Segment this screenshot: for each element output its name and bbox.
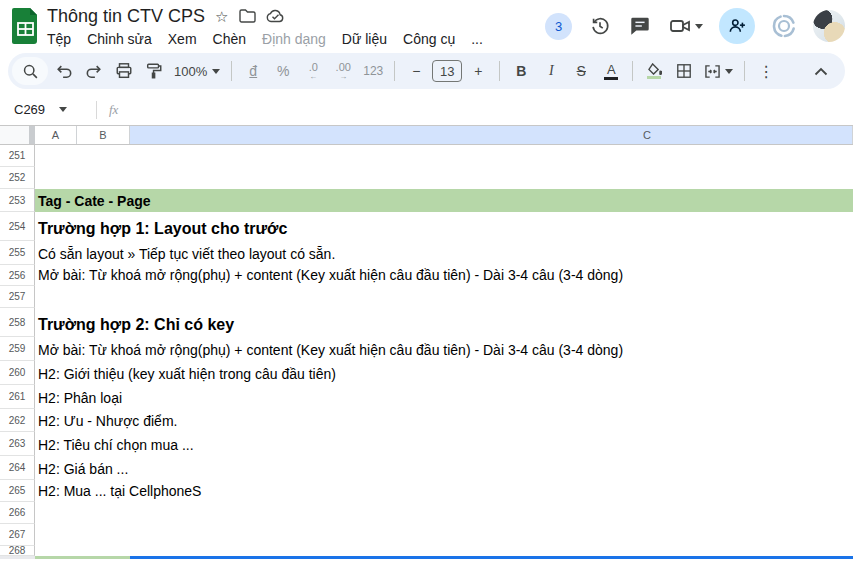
collapse-toolbar-button[interactable] <box>807 57 835 85</box>
print-button[interactable] <box>110 57 138 85</box>
cell-text: Mở bài: Từ khoá mở rộng(phụ) + content (… <box>38 267 623 285</box>
row-number[interactable]: 262 <box>0 409 35 432</box>
sheet-row: 252 <box>0 167 853 189</box>
row-number[interactable]: 268 <box>0 546 35 556</box>
menu-item-data[interactable]: Dữ liệu <box>334 29 395 49</box>
sheet-row: 259 Mở bài: Từ khoá mở rộng(phụ) + conte… <box>0 337 853 361</box>
search-menus-button[interactable] <box>12 57 48 85</box>
row-number[interactable]: 259 <box>0 337 35 361</box>
formula-input[interactable] <box>130 94 853 125</box>
text-color-button[interactable]: A <box>597 57 625 85</box>
increase-decimal-button[interactable]: .00 → <box>329 57 357 85</box>
account-avatar[interactable] <box>813 10 845 42</box>
increase-font-size-button[interactable]: + <box>464 57 492 85</box>
row-cells[interactable]: Tag - Cate - Page <box>35 189 853 212</box>
cell-text: H2: Giá bán ... <box>38 461 128 479</box>
more-formats-button[interactable]: 123 <box>359 57 387 85</box>
menu-item-tools[interactable]: Công cụ <box>395 29 463 49</box>
row-cells[interactable] <box>35 145 853 167</box>
row-number[interactable]: 264 <box>0 456 35 480</box>
font-size-input[interactable]: 13 <box>432 60 462 82</box>
name-box[interactable]: C269 <box>14 102 90 117</box>
sheet-row: 263 H2: Tiêu chí chọn mua ... <box>0 432 853 456</box>
row-cells[interactable]: H2: Tiêu chí chọn mua ... <box>35 432 853 456</box>
row-cells[interactable]: Mở bài: Từ khoá mở rộng(phụ) + content (… <box>35 265 853 286</box>
row-cells[interactable]: Trường hợp 2: Chỉ có key <box>35 308 853 337</box>
row-cells[interactable]: H2: Giá bán ... <box>35 456 853 480</box>
row-number[interactable]: 261 <box>0 385 35 409</box>
row-number[interactable]: 257 <box>0 286 35 308</box>
decrease-decimal-button[interactable]: .0 ← <box>299 57 327 85</box>
grid-body: 251 252 253 Tag - Cate - Page 254 Trường… <box>0 145 853 556</box>
row-cells[interactable]: H2: Mua ... tại CellphoneS <box>35 480 853 502</box>
row-cells[interactable]: Có sẵn layout » Tiếp tục viết theo layou… <box>35 241 853 265</box>
merge-cells-button[interactable] <box>700 57 737 85</box>
row-number[interactable]: 251 <box>0 145 35 167</box>
format-percent-button[interactable]: % <box>269 57 297 85</box>
row-number[interactable]: 252 <box>0 167 35 189</box>
borders-button[interactable] <box>670 57 698 85</box>
row-number[interactable]: 265 <box>0 480 35 502</box>
move-folder-icon[interactable] <box>239 9 256 23</box>
row-cells[interactable]: Trường hợp 1: Layout cho trước <box>35 212 853 241</box>
row-number[interactable]: 266 <box>0 502 35 524</box>
paint-format-button[interactable] <box>140 57 168 85</box>
chevron-down-icon <box>725 69 733 74</box>
italic-button[interactable]: I <box>537 57 565 85</box>
bold-button[interactable]: B <box>507 57 535 85</box>
sheet-row: 257 <box>0 286 853 308</box>
cell-text: H2: Giới thiệu (key xuất hiện trong câu … <box>38 366 336 384</box>
row-number[interactable]: 255 <box>0 241 35 265</box>
cloud-saved-icon[interactable] <box>266 9 285 23</box>
more-toolbar-button[interactable]: ⋮ <box>752 57 780 85</box>
zoom-select[interactable]: 100% <box>170 57 224 85</box>
fill-color-button[interactable] <box>640 57 668 85</box>
menu-item-format[interactable]: Định dạng <box>254 29 334 49</box>
row-number[interactable]: 267 <box>0 524 35 546</box>
top-bar: Thông tin CTV CPS ☆ TệpChỉnh sửaXemChènĐ… <box>0 0 853 50</box>
row-cells[interactable]: H2: Phân loại <box>35 385 853 409</box>
row-cells[interactable]: H2: Ưu - Nhược điểm. <box>35 409 853 432</box>
row-number[interactable]: 263 <box>0 432 35 456</box>
row-cells[interactable]: H2: Giới thiệu (key xuất hiện trong câu … <box>35 361 853 385</box>
row-number[interactable]: 256 <box>0 265 35 286</box>
chevron-down-icon <box>695 24 703 29</box>
menu-item-view[interactable]: Xem <box>160 29 205 49</box>
row-number[interactable]: 260 <box>0 361 35 385</box>
row-number[interactable]: 253 <box>0 189 35 212</box>
menu-item-insert[interactable]: Chèn <box>205 29 254 49</box>
share-button[interactable] <box>719 8 755 44</box>
row-cells[interactable] <box>35 286 853 308</box>
menu-item-file[interactable]: Tệp <box>39 29 79 49</box>
star-icon[interactable]: ☆ <box>215 9 228 24</box>
row-cells[interactable] <box>35 546 853 556</box>
sheet-row: 256 Mở bài: Từ khoá mở rộng(phụ) + conte… <box>0 265 853 286</box>
row-cells[interactable] <box>35 502 853 524</box>
cell-text: Trường hợp 1: Layout cho trước <box>38 219 287 239</box>
row-number[interactable]: 258 <box>0 308 35 337</box>
notification-badge[interactable]: 3 <box>545 13 572 40</box>
doc-title[interactable]: Thông tin CTV CPS <box>47 6 205 27</box>
menu-item-overflow[interactable]: ... <box>463 29 491 49</box>
column-header-B[interactable]: B <box>77 126 130 144</box>
extension-spinner-icon[interactable] <box>771 13 797 39</box>
row-cells[interactable]: Mở bài: Từ khoá mở rộng(phụ) + content (… <box>35 337 853 361</box>
video-camera-icon <box>668 14 692 38</box>
row-cells[interactable] <box>35 167 853 189</box>
row-number[interactable]: 254 <box>0 212 35 241</box>
column-header-A[interactable]: A <box>35 126 77 144</box>
undo-button[interactable] <box>50 57 78 85</box>
comments-icon[interactable] <box>628 14 652 38</box>
strikethrough-button[interactable]: S <box>567 57 595 85</box>
meet-button[interactable] <box>668 14 703 38</box>
cell-text: H2: Mua ... tại CellphoneS <box>38 483 201 501</box>
select-all-corner[interactable] <box>0 126 35 144</box>
redo-button[interactable] <box>80 57 108 85</box>
menu-item-edit[interactable]: Chỉnh sửa <box>79 29 160 49</box>
column-header-C[interactable]: C <box>130 126 853 144</box>
format-currency-button[interactable]: đ <box>239 57 267 85</box>
decrease-font-size-button[interactable]: − <box>402 57 430 85</box>
sheets-logo[interactable] <box>12 8 39 44</box>
row-cells[interactable] <box>35 524 853 546</box>
version-history-icon[interactable] <box>588 14 612 38</box>
